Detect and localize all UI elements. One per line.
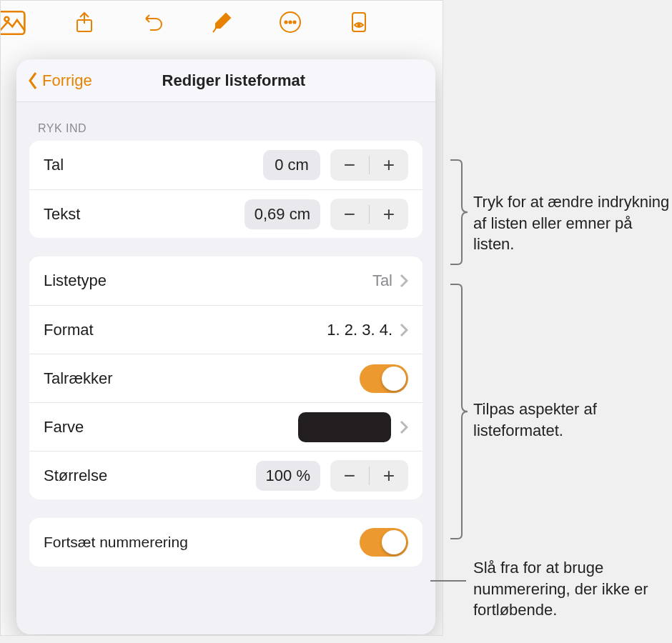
section-header-indent: RYK IND [16, 102, 435, 141]
row-tal-indent: Tal 0 cm − + [29, 141, 423, 189]
row-label: Talrækker [44, 369, 360, 388]
callout-text: Tilpas aspekter af listeformatet. [473, 399, 659, 441]
continue-group: Fortsæt nummerering [29, 518, 423, 567]
stepper-minus[interactable]: − [330, 149, 369, 181]
format-popover: Forrige Rediger listeformat RYK IND Tal … [16, 59, 435, 634]
svg-point-8 [358, 24, 360, 26]
undo-icon[interactable] [137, 6, 169, 38]
chevron-right-icon [400, 274, 408, 288]
svg-rect-0 [0, 11, 24, 34]
listetype-value: Tal [372, 271, 392, 290]
row-stoerrelse: Størrelse 100 % − + [29, 451, 423, 499]
row-label: Tekst [44, 205, 244, 224]
fortsaet-toggle[interactable] [360, 528, 408, 557]
tekst-stepper: − + [330, 199, 408, 230]
row-label: Format [44, 321, 327, 339]
format-brush-icon[interactable] [206, 6, 237, 38]
stoerrelse-stepper: − + [330, 460, 408, 492]
callout-brace [449, 283, 470, 543]
toolbar [1, 1, 443, 44]
row-farve[interactable]: Farve [29, 402, 423, 451]
callout-text: Slå fra for at bruge nummerering, der ik… [473, 557, 666, 621]
row-label: Tal [44, 156, 263, 174]
tal-value[interactable]: 0 cm [263, 150, 320, 180]
row-label: Farve [44, 418, 298, 437]
stepper-minus[interactable]: − [330, 460, 369, 492]
photos-icon[interactable] [0, 8, 26, 38]
chevron-right-icon [400, 323, 408, 337]
stepper-plus[interactable]: + [370, 199, 408, 230]
row-fortsaet: Fortsæt nummerering [29, 518, 423, 567]
callout-leader [430, 580, 466, 582]
tekst-value[interactable]: 0,69 cm [244, 199, 320, 229]
svg-point-1 [4, 17, 9, 21]
svg-point-5 [289, 21, 291, 23]
stoerrelse-value[interactable]: 100 % [256, 461, 320, 491]
app-window: Forrige Rediger listeformat RYK IND Tal … [0, 0, 443, 636]
color-swatch [298, 412, 391, 442]
svg-point-4 [285, 21, 287, 23]
tal-stepper: − + [330, 149, 408, 181]
row-listetype[interactable]: Listetype Tal [29, 256, 423, 305]
row-tekst-indent: Tekst 0,69 cm − + [29, 189, 423, 238]
format-group: Listetype Tal Format 1. 2. 3. 4. Talrækk… [29, 256, 423, 499]
format-value: 1. 2. 3. 4. [327, 321, 392, 339]
share-icon[interactable] [69, 6, 100, 38]
row-label: Listetype [44, 271, 372, 290]
popover-header: Forrige Rediger listeformat [16, 59, 435, 102]
row-talraekker: Talrækker [29, 354, 423, 402]
stepper-minus[interactable]: − [330, 199, 369, 230]
callout-text: Tryk for at ændre indrykning af listen e… [473, 191, 670, 255]
document-view-icon[interactable] [343, 6, 375, 38]
talraekker-toggle[interactable] [360, 364, 408, 393]
popover-title: Rediger listeformat [42, 71, 425, 90]
stepper-plus[interactable]: + [370, 149, 408, 181]
stepper-plus[interactable]: + [370, 460, 408, 492]
more-icon[interactable] [275, 6, 306, 38]
row-label: Størrelse [44, 467, 256, 485]
popover-pointer [280, 59, 302, 62]
chevron-right-icon [400, 420, 408, 434]
row-label: Fortsæt nummerering [44, 534, 360, 551]
callout-brace [449, 159, 470, 269]
row-format[interactable]: Format 1. 2. 3. 4. [29, 305, 423, 354]
svg-point-6 [293, 21, 295, 23]
indent-group: Tal 0 cm − + Tekst 0,69 cm − + [29, 141, 423, 238]
